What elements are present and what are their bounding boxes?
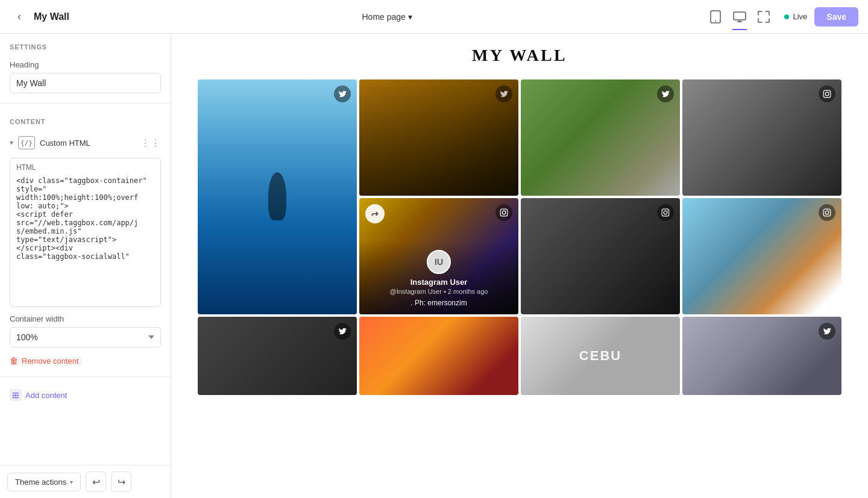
live-indicator: Live [784, 12, 807, 21]
user-handle: @Instagram User • 2 months ago [366, 288, 511, 295]
instagram-icon-1 [819, 86, 835, 102]
page-dropdown[interactable]: Home page ▾ [357, 10, 417, 24]
html-icon: {/} [18, 136, 35, 149]
svg-point-10 [664, 211, 667, 214]
content-divider [0, 376, 171, 377]
html-editor-label: HTML [10, 158, 160, 174]
twitter-icon-4 [334, 323, 351, 340]
photo-cell-basketball [359, 79, 518, 196]
svg-rect-6 [500, 209, 508, 216]
svg-point-8 [506, 210, 506, 211]
heading-label: Heading [10, 60, 161, 69]
canvas-inner: MY WALL [188, 34, 851, 407]
photo-cell-mech2 [198, 317, 357, 395]
item-menu-icon[interactable]: ⋮⋮ [140, 137, 161, 149]
photo-cell-person-dog [682, 198, 841, 314]
main-layout: SETTINGS Heading CONTENT ▾ {/} Custom HT… [0, 34, 868, 498]
topbar-center: Home page ▾ [69, 10, 705, 24]
undo-button[interactable]: ↩ [86, 472, 106, 492]
svg-point-14 [829, 210, 829, 211]
wings-overlay: IU Instagram User @Instagram User • 2 mo… [359, 240, 518, 314]
page-dropdown-label: Home page [362, 12, 406, 22]
html-item-label: Custom HTML [40, 139, 136, 148]
content-label: CONTENT [0, 108, 171, 130]
redo-icon: ↪ [118, 476, 125, 488]
remove-content-button[interactable]: 🗑 Remove content [0, 350, 171, 372]
wall-title: MY WALL [188, 46, 851, 65]
remove-content-label: Remove content [22, 356, 79, 366]
theme-actions-button[interactable]: Theme actions ▾ [7, 473, 81, 491]
settings-label: SETTINGS [0, 34, 171, 55]
instagram-icon-2 [495, 204, 512, 221]
photo-grid: IU Instagram User @Instagram User • 2 mo… [188, 79, 851, 314]
user-avatar: IU [427, 250, 451, 274]
heading-input[interactable] [10, 73, 161, 93]
cebu-text: CEBU [579, 348, 621, 364]
svg-rect-2 [734, 12, 746, 20]
chevron-down-icon: ▾ [70, 479, 73, 485]
svg-rect-12 [823, 209, 831, 216]
photo-caption: . Ph: emersonzim [366, 299, 511, 307]
expand-view-button[interactable] [753, 6, 775, 28]
svg-rect-3 [823, 90, 831, 98]
instagram-icon-4 [819, 204, 835, 221]
chevron-down-icon: ▾ [408, 12, 412, 22]
canvas: MY WALL [171, 34, 868, 498]
sidebar: SETTINGS Heading CONTENT ▾ {/} Custom HT… [0, 34, 171, 498]
svg-point-7 [502, 211, 506, 214]
photo-cell-cebu: CEBU [521, 317, 680, 395]
container-width-select[interactable]: 100% 90% 80% [10, 327, 161, 347]
mobile-view-button[interactable] [705, 6, 726, 28]
page-title: My Wall [34, 11, 69, 22]
svg-point-11 [667, 210, 668, 211]
user-name: Instagram User [366, 278, 511, 287]
settings-divider [0, 103, 171, 104]
save-button[interactable]: Save [814, 7, 858, 26]
svg-point-1 [715, 20, 716, 22]
twitter-icon-1 [334, 86, 351, 102]
add-content-label: Add content [25, 391, 67, 400]
heading-field: Heading [0, 55, 171, 98]
svg-point-4 [825, 92, 829, 96]
add-icon: ⊞ [10, 389, 22, 401]
back-button[interactable]: ‹ [10, 7, 29, 26]
theme-actions-label: Theme actions [15, 478, 66, 487]
custom-html-item: ▾ {/} Custom HTML ⋮⋮ [0, 130, 171, 155]
undo-icon: ↩ [92, 476, 100, 488]
sidebar-bottom: Theme actions ▾ ↩ ↪ [0, 465, 171, 498]
expand-arrow-icon[interactable]: ▾ [10, 139, 13, 147]
desktop-view-button[interactable] [729, 6, 750, 28]
add-content-button[interactable]: ⊞ Add content [10, 389, 161, 401]
html-editor-textarea[interactable] [10, 174, 160, 307]
instagram-icon-3 [657, 204, 674, 221]
twitter-icon-3 [657, 86, 674, 102]
photo-cell-sunset [359, 317, 518, 395]
topbar: ‹ My Wall Home page ▾ Live Save [0, 0, 868, 34]
trash-icon: 🗑 [10, 356, 18, 366]
photo-grid-row3: CEBU [188, 317, 851, 395]
photo-cell-mech [521, 198, 680, 314]
photo-cell-diver [198, 79, 357, 314]
photo-cell-restaurant [521, 79, 680, 196]
svg-point-13 [825, 211, 829, 214]
html-editor: HTML [10, 158, 161, 307]
container-width-label: Container width [10, 314, 161, 323]
topbar-icons [705, 6, 775, 28]
share-icon[interactable] [365, 204, 385, 223]
live-dot [784, 14, 789, 19]
photo-cell-wings: IU Instagram User @Instagram User • 2 mo… [359, 198, 518, 314]
photo-cell-bike [682, 79, 841, 196]
twitter-icon-6 [819, 323, 835, 340]
container-width-field: Container width 100% 90% 80% [0, 310, 171, 350]
photo-cell-person-cam [682, 317, 841, 395]
live-label: Live [793, 12, 807, 21]
add-content-area: ⊞ Add content [0, 382, 171, 408]
svg-point-5 [829, 92, 829, 92]
svg-rect-9 [662, 209, 669, 216]
redo-button[interactable]: ↪ [111, 472, 131, 492]
